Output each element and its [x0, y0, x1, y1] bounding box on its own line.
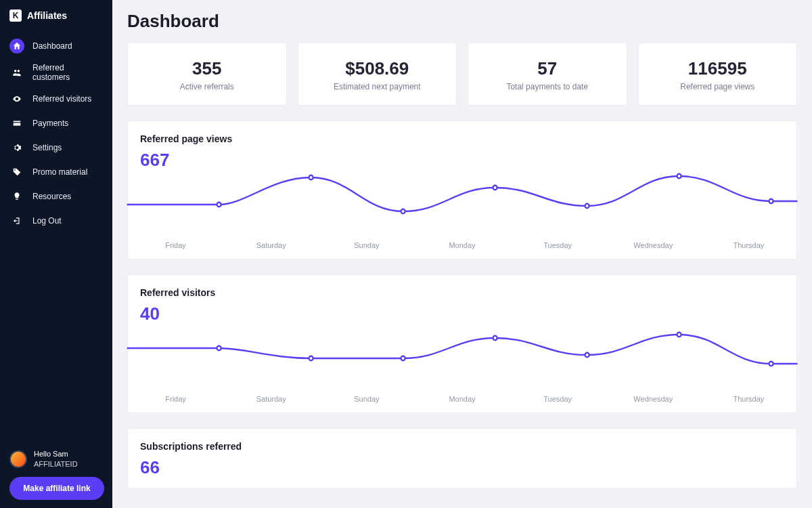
x-label: Sunday — [319, 395, 414, 403]
sidebar-item-settings[interactable]: Settings — [0, 135, 112, 160]
svg-point-10 — [493, 336, 497, 340]
brand-logo-icon: K — [9, 9, 22, 22]
sidebar-item-label: Referred customers — [32, 63, 103, 82]
main-content: Dashboard 355 Active referrals $508.69 E… — [112, 0, 812, 508]
x-axis-labels: Friday Saturday Sunday Monday Tuesday We… — [128, 232, 796, 249]
stat-card-total-payments: 57 Total payments to date — [468, 43, 627, 106]
user-text: Hello Sam AFFILIATEID — [34, 449, 78, 469]
chart-area — [140, 157, 784, 232]
sidebar: K Affiliates Dashboard Referred customer… — [0, 0, 112, 508]
stat-label: Total payments to date — [475, 82, 620, 91]
eye-icon — [9, 91, 24, 106]
sidebar-nav: Dashboard Referred customers Referred vi… — [0, 34, 112, 233]
chart-title: Referred visitors — [140, 287, 784, 298]
x-label: Thursday — [701, 395, 796, 403]
chart-card-page-views: Referred page views 667 Friday Saturday … — [127, 121, 797, 259]
sidebar-item-label: Settings — [32, 143, 62, 152]
user-affiliate-id: AFFILIATEID — [34, 459, 78, 469]
sidebar-item-payments[interactable]: Payments — [0, 111, 112, 135]
svg-point-8 — [309, 356, 313, 360]
page-title: Dashboard — [127, 11, 797, 32]
svg-point-3 — [493, 186, 497, 190]
sidebar-item-dashboard[interactable]: Dashboard — [0, 34, 112, 58]
svg-point-11 — [585, 353, 589, 357]
svg-point-6 — [769, 199, 773, 203]
x-label: Sunday — [319, 241, 414, 249]
stat-value: 355 — [135, 58, 279, 79]
svg-point-0 — [217, 203, 221, 207]
gear-icon — [9, 140, 24, 155]
x-label: Wednesday — [606, 395, 701, 403]
svg-point-5 — [677, 174, 681, 178]
svg-point-9 — [401, 356, 405, 360]
x-label: Thursday — [701, 241, 796, 249]
make-affiliate-link-button[interactable]: Make affiliate link — [9, 477, 104, 500]
sidebar-item-referred-visitors[interactable]: Referred visitors — [0, 87, 112, 111]
x-label: Wednesday — [606, 241, 701, 249]
chart-area — [140, 311, 784, 385]
users-icon — [9, 65, 24, 80]
x-label: Tuesday — [510, 395, 606, 403]
svg-point-13 — [769, 362, 773, 366]
stat-card-next-payment: $508.69 Estimated next payment — [298, 43, 457, 106]
brand-text: Affiliates — [27, 10, 67, 21]
line-chart — [140, 157, 784, 232]
x-axis-labels: Friday Saturday Sunday Monday Tuesday We… — [128, 385, 796, 403]
x-label: Friday — [128, 241, 223, 249]
sidebar-item-label: Payments — [32, 119, 68, 128]
x-label: Monday — [414, 395, 510, 403]
stat-value: $508.69 — [305, 58, 450, 79]
home-icon — [9, 39, 24, 54]
sidebar-item-label: Dashboard — [32, 41, 72, 51]
svg-point-12 — [677, 333, 681, 337]
chart-title: Referred page views — [140, 133, 784, 144]
sidebar-item-logout[interactable]: Log Out — [0, 209, 112, 233]
sidebar-item-label: Promo material — [32, 167, 87, 177]
stats-row: 355 Active referrals $508.69 Estimated n… — [127, 43, 797, 106]
stat-label: Active referrals — [135, 82, 279, 91]
stat-label: Referred page views — [646, 82, 790, 91]
stat-value: 116595 — [646, 58, 790, 79]
svg-point-2 — [401, 209, 405, 213]
stat-card-page-views: 116595 Referred page views — [638, 43, 798, 106]
card-icon — [9, 116, 24, 131]
sidebar-item-label: Referred visitors — [32, 94, 91, 104]
line-chart — [140, 311, 784, 385]
x-label: Tuesday — [510, 241, 606, 249]
svg-point-7 — [217, 346, 221, 350]
svg-point-1 — [309, 175, 313, 179]
chart-card-subscriptions: Subscriptions referred 66 — [127, 428, 797, 488]
chart-title: Subscriptions referred — [140, 441, 784, 452]
x-label: Saturday — [223, 395, 319, 403]
bulb-icon — [9, 189, 24, 204]
sidebar-item-promo-material[interactable]: Promo material — [0, 160, 112, 184]
x-label: Friday — [128, 395, 223, 403]
sidebar-item-label: Log Out — [32, 216, 62, 226]
chart-metric: 66 — [140, 457, 784, 478]
x-label: Saturday — [223, 241, 319, 249]
chart-card-visitors: Referred visitors 40 Friday Saturday Sun… — [127, 274, 797, 413]
sidebar-item-label: Resources — [32, 192, 71, 201]
svg-point-4 — [585, 204, 589, 208]
tag-icon — [9, 165, 24, 179]
sidebar-item-resources[interactable]: Resources — [0, 184, 112, 209]
stat-card-active-referrals: 355 Active referrals — [127, 43, 287, 106]
avatar — [9, 450, 27, 468]
x-label: Monday — [414, 241, 510, 249]
user-greeting: Hello Sam — [34, 449, 78, 459]
sidebar-item-referred-customers[interactable]: Referred customers — [0, 58, 112, 87]
brand: K Affiliates — [0, 9, 112, 31]
user-block: Hello Sam AFFILIATEID — [9, 449, 103, 469]
stat-label: Estimated next payment — [305, 82, 450, 91]
logout-icon — [9, 213, 24, 228]
stat-value: 57 — [475, 58, 620, 79]
sidebar-bottom: Hello Sam AFFILIATEID Make affiliate lin… — [0, 449, 112, 500]
